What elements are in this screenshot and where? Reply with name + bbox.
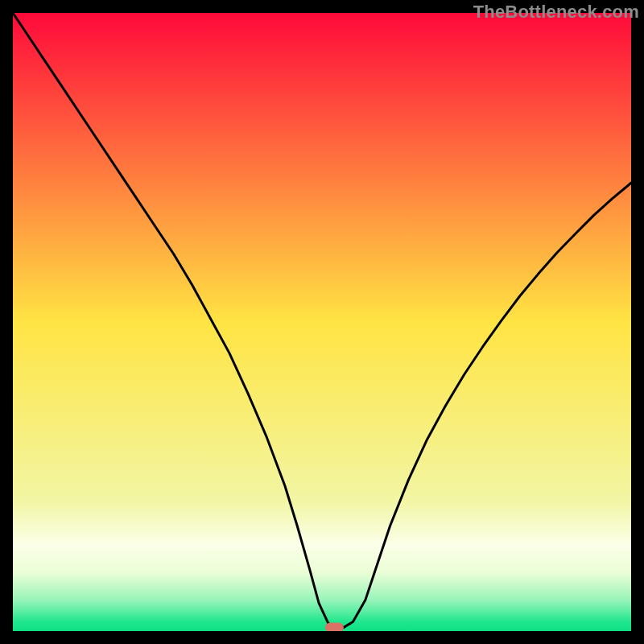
bottleneck-curve [13, 13, 631, 631]
plot-area [13, 13, 631, 631]
watermark-text: TheBottleneck.com [473, 2, 639, 23]
minimum-marker [325, 622, 344, 631]
curve-line [13, 13, 631, 627]
bottleneck-chart: TheBottleneck.com [0, 0, 644, 644]
